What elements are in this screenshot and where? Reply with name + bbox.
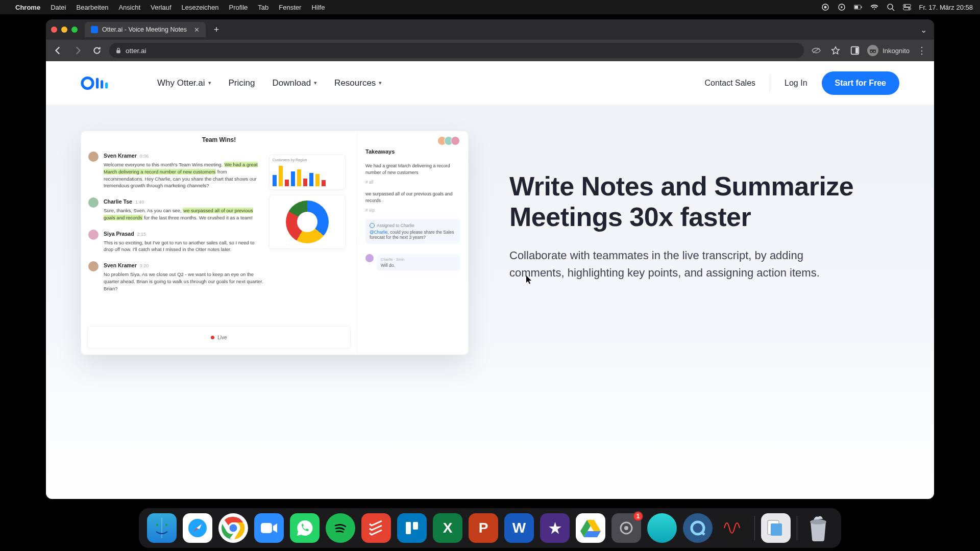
svg-rect-13 [855, 47, 858, 53]
nav-why[interactable]: Why Otter.ai▾ [157, 78, 211, 88]
menu-item[interactable]: Profile [229, 4, 248, 11]
menu-item[interactable]: Fenster [279, 4, 301, 11]
control-center-icon[interactable] [903, 3, 911, 11]
avatar-icon [88, 261, 99, 271]
trash-icon[interactable] [803, 513, 833, 543]
close-window-button[interactable] [51, 27, 57, 33]
bookmark-star-icon[interactable] [828, 43, 843, 58]
svg-point-9 [904, 5, 905, 7]
voice-memos-icon[interactable] [719, 513, 748, 543]
svg-rect-28 [406, 522, 411, 534]
menu-item[interactable]: Lesezeichen [182, 4, 219, 11]
svg-point-35 [810, 519, 826, 524]
lock-icon [115, 47, 121, 54]
record-icon[interactable] [821, 3, 829, 11]
settings-icon[interactable]: 1 [611, 513, 641, 543]
minimize-window-button[interactable] [61, 27, 67, 33]
clock[interactable]: Fr. 17. März 20:58 [919, 4, 973, 11]
reload-button[interactable] [90, 43, 104, 58]
incognito-icon [867, 45, 878, 56]
zoom-icon[interactable] [254, 513, 284, 543]
notification-badge: 1 [633, 511, 643, 521]
window-controls [51, 27, 78, 33]
forward-button[interactable] [70, 43, 85, 58]
site-header: Why Otter.ai▾ Pricing Download▾ Resource… [46, 61, 934, 105]
new-tab-button[interactable]: + [210, 23, 223, 36]
whatsapp-icon[interactable] [290, 513, 320, 543]
svg-point-15 [873, 51, 876, 53]
transcript-row: Charlie Tse1:40Sure, thanks, Sven. As yo… [88, 196, 265, 221]
tab-close-icon[interactable]: ✕ [194, 26, 200, 34]
chevron-down-icon: ▾ [379, 80, 382, 86]
hero-body: Collaborate with teammates in the live t… [509, 247, 836, 282]
chrome-icon[interactable] [218, 513, 248, 543]
battery-icon[interactable] [854, 3, 862, 11]
nav-contact[interactable]: Contact Sales [704, 79, 755, 88]
svg-rect-34 [771, 523, 782, 536]
page-content: Why Otter.ai▾ Pricing Download▾ Resource… [46, 61, 934, 499]
chrome-window: Otter.ai - Voice Meeting Notes ✕ + ⌄ ott… [46, 19, 934, 499]
tabstrip: Otter.ai - Voice Meeting Notes ✕ + ⌄ [46, 19, 934, 40]
menu-item[interactable]: Tab [258, 4, 268, 11]
svg-rect-5 [861, 6, 862, 8]
cta-start-free[interactable]: Start for Free [822, 71, 899, 95]
excel-icon[interactable]: X [433, 513, 462, 543]
powerpoint-icon[interactable]: P [469, 513, 498, 543]
nav-pricing[interactable]: Pricing [229, 78, 255, 88]
svg-point-1 [824, 6, 826, 9]
word-icon[interactable]: W [504, 513, 534, 543]
transcript-row: Sven Kramer0:06Welcome everyone to this … [88, 151, 265, 189]
svg-point-21 [156, 524, 158, 526]
finder-icon[interactable] [147, 513, 177, 543]
profile-chip[interactable]: Inkognito [867, 45, 910, 56]
safari-icon[interactable] [183, 513, 212, 543]
maximize-window-button[interactable] [71, 27, 78, 33]
todoist-icon[interactable] [361, 513, 391, 543]
nav-download[interactable]: Download▾ [273, 78, 317, 88]
menu-item[interactable]: Bearbeiten [76, 4, 108, 11]
chevron-down-icon: ▾ [208, 80, 211, 86]
desktop: Otter.ai - Voice Meeting Notes ✕ + ⌄ ott… [0, 14, 980, 503]
browser-tab[interactable]: Otter.ai - Voice Meeting Notes ✕ [85, 22, 206, 37]
avatar-icon [88, 152, 99, 162]
play-icon[interactable] [838, 3, 846, 11]
kebab-menu-icon[interactable]: ⋮ [915, 43, 929, 58]
nav-resources[interactable]: Resources▾ [334, 78, 382, 88]
trello-icon[interactable] [397, 513, 427, 543]
tabs-overflow-icon[interactable]: ⌄ [920, 25, 929, 35]
preview-icon[interactable] [761, 513, 791, 543]
app-generic-icon[interactable] [647, 513, 677, 543]
svg-point-22 [165, 524, 167, 526]
menu-item[interactable]: Datei [51, 4, 66, 11]
address-bar[interactable]: otter.ai [109, 43, 804, 58]
tab-title: Otter.ai - Voice Meeting Notes [102, 26, 187, 33]
nav-login[interactable]: Log In [785, 79, 807, 88]
quicktime-icon[interactable] [683, 513, 713, 543]
imovie-icon[interactable]: ★ [540, 513, 570, 543]
menu-item[interactable]: Hilfe [311, 4, 325, 11]
incognito-eye-icon[interactable] [809, 43, 823, 58]
back-button[interactable] [51, 43, 65, 58]
participant-avatars [440, 136, 460, 145]
dock-separator [754, 516, 755, 540]
avatar-icon [88, 230, 99, 240]
takeaways-title: Takeaways [365, 148, 460, 155]
svg-rect-18 [101, 80, 103, 89]
menu-item[interactable]: Verlauf [151, 4, 171, 11]
side-panel-icon[interactable] [848, 43, 862, 58]
search-icon[interactable] [887, 3, 895, 11]
otter-logo[interactable] [81, 73, 127, 93]
menu-app[interactable]: Chrome [15, 4, 40, 11]
bar-chart: Customers by Region [269, 155, 346, 190]
spotify-icon[interactable] [326, 513, 355, 543]
product-mock: Team Wins! Sven Kramer0:06Welcome everyo… [81, 131, 469, 355]
takeaway-item: We had a great March delivering a record… [365, 163, 460, 176]
wifi-icon[interactable] [870, 3, 878, 11]
svg-point-10 [908, 8, 910, 10]
google-drive-icon[interactable] [576, 513, 605, 543]
svg-point-6 [888, 4, 893, 9]
menu-item[interactable]: Ansicht [118, 4, 140, 11]
svg-point-16 [82, 78, 93, 88]
svg-rect-4 [854, 6, 858, 9]
avatar-icon [365, 254, 374, 262]
